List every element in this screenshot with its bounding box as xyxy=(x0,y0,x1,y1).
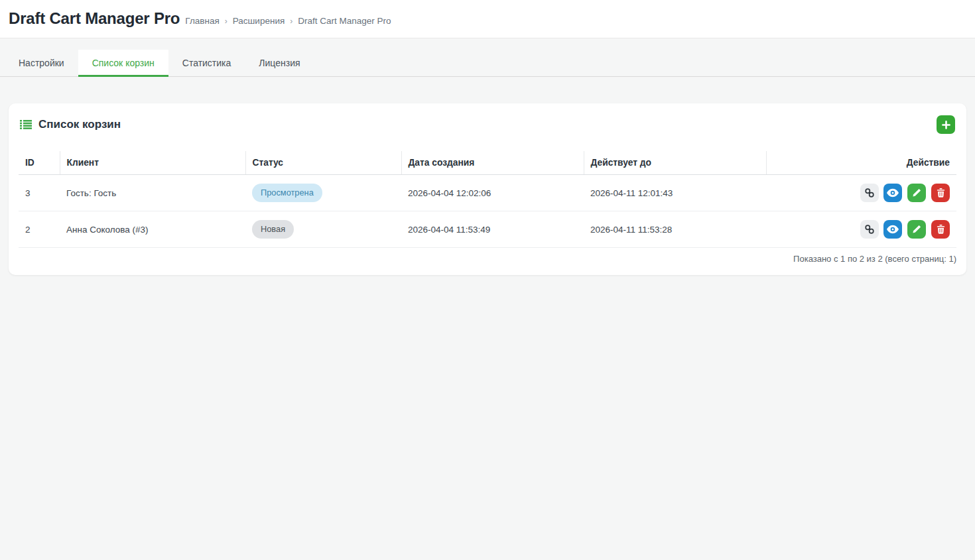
column-header-status: Статус xyxy=(245,151,401,175)
panel-title: Список корзин xyxy=(38,118,121,131)
view-cart-button[interactable] xyxy=(883,184,902,202)
table-header-row: ID Клиент Статус Дата создания Действует… xyxy=(19,151,956,175)
breadcrumb-extensions-link[interactable]: Расширения xyxy=(233,16,285,26)
trash-icon xyxy=(937,225,945,234)
cell-id: 2 xyxy=(19,211,60,248)
column-header-id: ID xyxy=(19,151,60,175)
cell-client: Гость: Гость xyxy=(60,175,245,211)
table-row: 3 Гость: Гость Просмотрена 2026-04-04 12… xyxy=(19,175,956,211)
delete-cart-button[interactable] xyxy=(931,184,950,202)
tab-cart-list[interactable]: Список корзин xyxy=(78,50,168,76)
cell-created: 2026-04-04 11:53:49 xyxy=(401,211,584,248)
tab-bar: Настройки Список корзин Статистика Лицен… xyxy=(0,50,975,77)
add-cart-button[interactable] xyxy=(937,115,955,134)
column-header-client: Клиент xyxy=(60,151,245,175)
breadcrumb: Главная › Расширения › Draft Cart Manage… xyxy=(185,16,391,26)
status-badge: Новая xyxy=(252,220,294,238)
column-header-valid: Действует до xyxy=(584,151,766,175)
link-icon xyxy=(864,188,875,198)
cell-created: 2026-04-04 12:02:06 xyxy=(401,175,584,211)
breadcrumb-current: Draft Cart Manager Pro xyxy=(298,16,391,26)
plus-icon xyxy=(942,121,950,129)
top-header: Draft Cart Manager Pro Главная › Расшире… xyxy=(0,0,975,38)
main-content: Список корзин ID Клиент Статус Дата созд… xyxy=(0,77,975,275)
cell-client: Анна Соколова (#3) xyxy=(60,211,245,248)
link-icon xyxy=(864,224,875,235)
view-cart-button[interactable] xyxy=(883,220,902,239)
cell-valid-until: 2026-04-11 11:53:28 xyxy=(584,211,766,248)
breadcrumb-home-link[interactable]: Главная xyxy=(185,16,219,26)
tab-license[interactable]: Лицензия xyxy=(245,50,314,76)
delete-cart-button[interactable] xyxy=(931,220,950,239)
cell-valid-until: 2026-04-11 12:01:43 xyxy=(584,175,766,211)
cart-list-panel: Список корзин ID Клиент Статус Дата созд… xyxy=(9,103,966,275)
carts-table: ID Клиент Статус Дата создания Действует… xyxy=(19,151,956,248)
status-badge: Просмотрена xyxy=(252,184,322,201)
pagination-results: Показано с 1 по 2 из 2 (всего страниц: 1… xyxy=(19,248,956,267)
copy-link-button[interactable] xyxy=(860,220,879,239)
tab-statistics[interactable]: Статистика xyxy=(168,50,245,76)
eye-icon xyxy=(887,188,899,197)
breadcrumb-separator: › xyxy=(225,17,228,26)
list-icon xyxy=(20,120,32,129)
edit-cart-button[interactable] xyxy=(907,184,926,202)
copy-link-button[interactable] xyxy=(860,184,879,202)
tab-settings[interactable]: Настройки xyxy=(5,50,78,76)
eye-icon xyxy=(887,225,899,234)
trash-icon xyxy=(937,188,945,197)
column-header-created: Дата создания xyxy=(401,151,584,175)
pencil-icon xyxy=(912,225,921,234)
breadcrumb-separator: › xyxy=(290,17,292,26)
table-row: 2 Анна Соколова (#3) Новая 2026-04-04 11… xyxy=(19,211,956,248)
cell-id: 3 xyxy=(19,175,60,211)
column-header-action: Действие xyxy=(766,151,956,175)
edit-cart-button[interactable] xyxy=(907,220,926,239)
panel-heading: Список корзин xyxy=(19,103,956,151)
page-title: Draft Cart Manager Pro xyxy=(9,9,180,28)
pencil-icon xyxy=(912,188,921,197)
